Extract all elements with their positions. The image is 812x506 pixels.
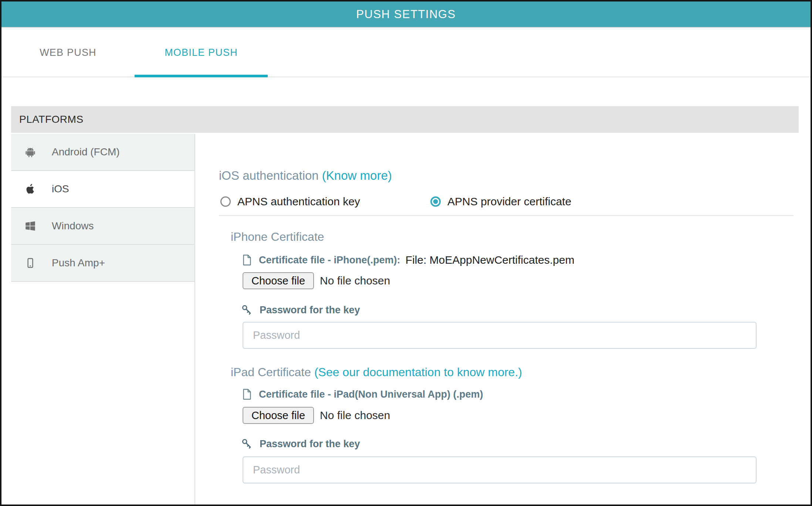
sidebar-item-label: Android (FCM) [52, 146, 120, 158]
platforms-sidebar: Android (FCM) iOS Windows [11, 134, 195, 505]
radio-apns-auth-key[interactable]: APNS authentication key [220, 195, 360, 208]
know-more-link[interactable]: (Know more) [322, 169, 392, 182]
sidebar-item-android-fcm[interactable]: Android (FCM) [11, 134, 194, 171]
document-icon [242, 254, 252, 266]
key-icon [241, 438, 253, 450]
ipad-password-label-row: Password for the key [241, 438, 360, 450]
ios-authentication-heading: iOS authentication (Know more) [219, 169, 392, 183]
iphone-password-input[interactable] [243, 322, 757, 349]
tab-mobile-push[interactable]: MOBILE PUSH [135, 28, 268, 77]
header-bar: PUSH SETTINGS [1, 1, 811, 28]
ipad-certificate-title: iPad Certificate [231, 365, 311, 379]
choose-file-button[interactable]: Choose file [243, 407, 314, 424]
password-label: Password for the key [260, 438, 360, 450]
certificate-file-value: File: MoEAppNewCertificates.pem [406, 254, 575, 266]
certificate-file-label: Certificate file - iPhone(.pem): [259, 254, 400, 266]
ipad-password-input[interactable] [243, 456, 757, 483]
sidebar-item-label: Push Amp+ [52, 257, 105, 269]
certificate-file-label: Certificate file - iPad(Non Universal Ap… [259, 389, 483, 400]
apple-icon [23, 182, 38, 196]
windows-icon [23, 219, 38, 233]
radio-apns-provider-certificate[interactable]: APNS provider certificate [430, 195, 571, 208]
radio-label: APNS authentication key [237, 195, 360, 208]
no-file-chosen-text: No file chosen [320, 409, 390, 422]
section-divider [219, 215, 794, 216]
sidebar-item-label: Windows [52, 220, 94, 232]
sidebar-item-push-amp[interactable]: Push Amp+ [11, 245, 194, 282]
document-icon [242, 388, 252, 400]
password-label: Password for the key [260, 304, 360, 316]
ios-authentication-title: iOS authentication [219, 169, 319, 182]
tab-bar: WEB PUSH MOBILE PUSH [1, 28, 811, 77]
radio-selected-icon[interactable] [430, 196, 441, 207]
key-icon [241, 304, 253, 316]
no-file-chosen-text: No file chosen [320, 274, 390, 287]
sidebar-item-label: iOS [52, 183, 69, 195]
radio-unselected-icon[interactable] [220, 196, 231, 207]
radio-label: APNS provider certificate [447, 195, 571, 208]
iphone-password-label-row: Password for the key [241, 304, 360, 316]
iphone-certificate-heading: iPhone Certificate [231, 230, 324, 244]
ipad-certificate-file-row: Certificate file - iPad(Non Universal Ap… [242, 388, 483, 400]
phone-icon [23, 256, 38, 270]
documentation-link[interactable]: (See our documentation to know more.) [314, 365, 522, 379]
platforms-header: PLATFORMS [11, 106, 799, 133]
tab-web-push[interactable]: WEB PUSH [1, 28, 135, 77]
iphone-file-input-row: Choose file No file chosen [243, 272, 390, 289]
app-window: PUSH SETTINGS WEB PUSH MOBILE PUSH PLATF… [0, 0, 812, 506]
ipad-certificate-heading: iPad Certificate (See our documentation … [231, 365, 522, 379]
android-icon [23, 145, 38, 159]
choose-file-button[interactable]: Choose file [243, 272, 314, 289]
iphone-certificate-file-row: Certificate file - iPhone(.pem): File: M… [242, 254, 574, 266]
sidebar-item-ios[interactable]: iOS [11, 171, 194, 208]
iphone-certificate-title: iPhone Certificate [231, 230, 324, 243]
sidebar-item-windows[interactable]: Windows [11, 208, 194, 245]
ipad-file-input-row: Choose file No file chosen [243, 407, 390, 424]
page-title: PUSH SETTINGS [356, 8, 456, 21]
